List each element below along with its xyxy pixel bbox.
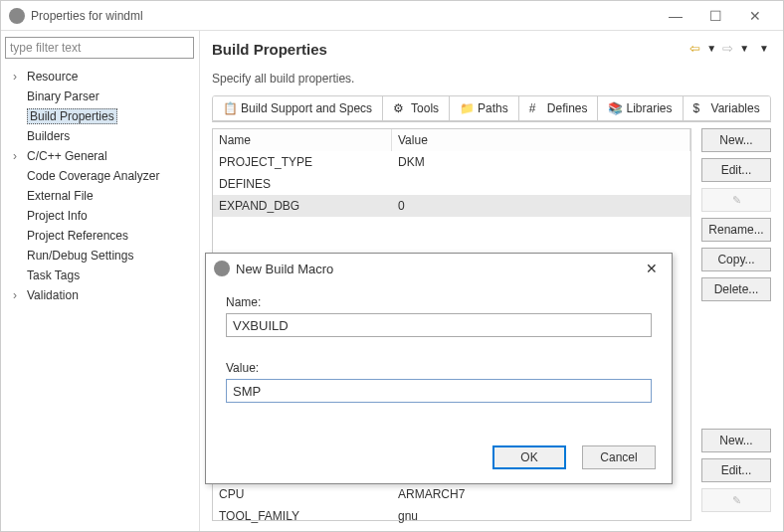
col-name[interactable]: Name [213, 129, 392, 151]
tree-item-binary-parser[interactable]: Binary Parser [5, 87, 195, 106]
tree-item-external-file[interactable]: External File [5, 186, 195, 206]
table-row[interactable]: PROJECT_TYPE DKM [213, 151, 690, 173]
dialog-titlebar: New Build Macro ✕ [206, 254, 672, 283]
back-icon[interactable]: ⇦ [687, 41, 702, 56]
window-title: Properties for windml [31, 9, 656, 23]
tree-item-code-coverage[interactable]: Code Coverage Analyzer [5, 166, 195, 186]
table-row[interactable]: DEFINES [213, 173, 690, 195]
pencil-icon: ✎ [732, 194, 741, 206]
tab-tools[interactable]: ⚙Tools [383, 96, 450, 120]
close-button[interactable]: ✕ [735, 2, 775, 30]
sidebar: Resource Binary Parser Build Properties … [1, 31, 200, 531]
tree-item-build-properties[interactable]: Build Properties [5, 106, 195, 126]
table-row[interactable]: TOOL_FAMILY gnu [213, 505, 690, 527]
view-menu-icon[interactable]: ▼ [757, 43, 771, 54]
dialog-title: New Build Macro [236, 262, 640, 276]
back-menu-icon[interactable]: ▼ [704, 43, 718, 54]
side-button-column: New... Edit... ✎ Rename... Copy... Delet… [701, 128, 771, 521]
tab-paths[interactable]: 📁Paths [450, 96, 519, 120]
ok-button[interactable]: OK [492, 445, 566, 469]
tree-item-project-references[interactable]: Project References [5, 226, 195, 246]
dialog-icon [214, 261, 230, 276]
edit-disabled-button: ✎ [701, 188, 771, 212]
forward-icon[interactable]: ⇨ [720, 41, 735, 56]
tree-item-run-debug[interactable]: Run/Debug Settings [5, 246, 195, 266]
tree-item-resource[interactable]: Resource [5, 67, 195, 87]
value-label: Value: [226, 361, 652, 375]
pencil-icon: ✎ [732, 494, 741, 506]
hash-icon: # [529, 101, 543, 115]
dialog-close-button[interactable]: ✕ [640, 261, 664, 276]
filter-input[interactable] [5, 37, 194, 59]
table-row[interactable]: CPU ARMARCH7 [213, 483, 690, 505]
delete-button[interactable]: Delete... [701, 277, 771, 301]
tree-item-task-tags[interactable]: Task Tags [5, 266, 195, 285]
tree-item-cpp-general[interactable]: C/C++ General [5, 146, 195, 166]
forward-menu-icon[interactable]: ▼ [737, 43, 751, 54]
minimize-button[interactable]: — [656, 2, 695, 30]
cancel-button[interactable]: Cancel [582, 445, 656, 469]
tree-item-builders[interactable]: Builders [5, 126, 195, 146]
copy-button[interactable]: Copy... [701, 248, 771, 271]
rename-button[interactable]: Rename... [701, 218, 771, 242]
tab-libraries[interactable]: 📚Libraries [598, 96, 683, 120]
tree-item-validation[interactable]: Validation [5, 285, 195, 305]
folder-icon: 📁 [460, 101, 474, 115]
gear-icon: ⚙ [393, 101, 407, 115]
tab-variables[interactable]: $Variables [684, 96, 770, 120]
app-icon [9, 8, 25, 24]
tab-defines[interactable]: #Defines [519, 96, 599, 120]
col-value[interactable]: Value [392, 129, 690, 151]
new-button-lower[interactable]: New... [701, 429, 771, 452]
tree-item-project-info[interactable]: Project Info [5, 206, 195, 226]
value-input[interactable] [226, 379, 652, 403]
variable-icon: $ [693, 101, 707, 115]
new-macro-dialog: New Build Macro ✕ Name: Value: OK Cancel [205, 253, 673, 484]
table-header: Name Value [213, 129, 690, 151]
property-tree: Resource Binary Parser Build Properties … [5, 67, 195, 305]
edit-disabled-button-lower: ✎ [701, 488, 771, 512]
nav-arrows: ⇦ ▼ ⇨ ▼ ▼ [687, 41, 771, 56]
window-titlebar: Properties for windml — ☐ ✕ [1, 1, 783, 31]
new-button[interactable]: New... [701, 128, 771, 152]
tab-bar: 📋Build Support and Specs ⚙Tools 📁Paths #… [212, 95, 771, 121]
books-icon: 📚 [608, 101, 622, 115]
table-row[interactable]: EXPAND_DBG 0 [213, 195, 690, 217]
checklist-icon: 📋 [223, 101, 237, 115]
edit-button[interactable]: Edit... [701, 158, 771, 182]
name-input[interactable] [226, 313, 652, 337]
name-label: Name: [226, 295, 652, 309]
tab-build-support[interactable]: 📋Build Support and Specs [213, 96, 383, 120]
maximize-button[interactable]: ☐ [695, 2, 735, 30]
edit-button-lower[interactable]: Edit... [701, 458, 771, 482]
page-description: Specify all build properties. [212, 72, 771, 86]
